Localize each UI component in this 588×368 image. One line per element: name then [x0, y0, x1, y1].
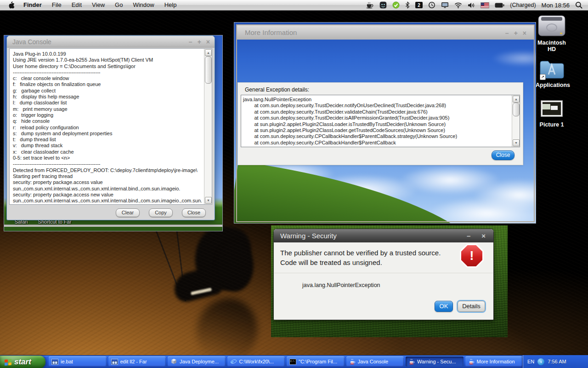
scrollbar-thumb[interactable] — [513, 103, 520, 116]
menu-edit[interactable]: Edit — [67, 0, 87, 10]
displays-icon[interactable] — [441, 2, 449, 8]
apple-menu[interactable] — [0, 1, 18, 9]
menu-view[interactable]: View — [87, 0, 110, 10]
internet-explorer-icon: e — [230, 358, 237, 365]
input-language-flag-icon[interactable] — [481, 2, 489, 8]
maximize-icon[interactable]: + — [514, 26, 518, 40]
app-status-icon[interactable] — [379, 1, 387, 9]
menu-file[interactable]: File — [47, 0, 67, 10]
scroll-down-icon[interactable]: ▼ — [513, 139, 520, 146]
java-cup-icon — [349, 358, 356, 365]
svg-text:2: 2 — [418, 3, 421, 8]
volume-icon[interactable] — [468, 2, 475, 8]
language-indicator[interactable]: EN — [527, 359, 534, 364]
details-button[interactable]: Details — [458, 301, 485, 312]
svg-text:C:\: C:\ — [290, 360, 294, 362]
alias-arrow-icon: ↗ — [540, 74, 546, 80]
cmd-icon: C:\ — [289, 359, 296, 365]
wifi-icon[interactable] — [454, 2, 462, 8]
close-icon[interactable]: × — [523, 26, 526, 40]
trekking-pole-icon — [176, 229, 186, 301]
task-button-ie-bat[interactable]: ie.bat — [49, 356, 107, 367]
task-label: Java Deployme... — [180, 359, 219, 364]
more-information-titlebar[interactable]: More Information – + × — [237, 25, 534, 40]
warning-message: The publisher cannot be verified by a tr… — [280, 248, 460, 267]
ok-button[interactable]: OK — [435, 301, 453, 312]
mac-menu-bar: Finder File Edit View Go Window Help 2 (… — [0, 0, 588, 11]
stack-trace-text: java.lang.NullPointerException at com.su… — [241, 95, 512, 147]
console-window-icon — [51, 359, 58, 365]
java-update-icon[interactable] — [366, 2, 374, 9]
window-title: Java Console — [12, 38, 51, 46]
close-button[interactable]: Close — [182, 208, 206, 217]
divider — [274, 273, 493, 273]
clear-button[interactable]: Clear — [116, 208, 140, 217]
time-machine-icon[interactable] — [428, 1, 435, 9]
security-warning-dialog: Warning - Security – × The publisher can… — [273, 229, 494, 320]
desktop-icon-applications[interactable]: ↗ Applications — [536, 59, 568, 88]
hard-drive-icon — [537, 15, 566, 37]
minimize-icon[interactable]: – — [467, 229, 470, 242]
console-scrollbar[interactable]: ▲ ▼ — [204, 49, 212, 204]
task-button-cmd[interactable]: C:\ "C:\Program Fil... — [287, 356, 345, 367]
task-button-warning-security[interactable]: Warning - Secu... — [406, 356, 464, 367]
hide-icons-chevron-icon[interactable]: ‹ — [537, 358, 544, 365]
menu-clock[interactable]: Mon 18:56 — [539, 2, 572, 9]
desktop-icon-label: Picture 1 — [537, 121, 566, 128]
climber-boot-silhouette — [171, 265, 223, 305]
window-title: More Information — [245, 29, 297, 36]
security-warning-titlebar[interactable]: Warning - Security – × — [274, 229, 493, 242]
close-icon[interactable]: × — [206, 36, 210, 48]
exception-details-panel: General Exception details: java.lang.Nul… — [238, 83, 523, 165]
close-button[interactable]: Close — [492, 150, 514, 160]
console-output-area: Java Plug-in 10.0.0.199 Using JRE versio… — [9, 48, 212, 205]
desktop-icon-label: Macintosh HD — [534, 40, 570, 52]
stack-trace-scrollbar[interactable]: ▲ ▼ — [512, 95, 520, 147]
task-label: ie.bat — [61, 359, 73, 364]
desktop-icon-macintosh-hd[interactable]: Macintosh HD — [534, 15, 570, 52]
scroll-down-icon[interactable]: ▼ — [205, 197, 212, 204]
taskbar-clock[interactable]: 7:56 AM — [548, 359, 566, 364]
scroll-up-icon[interactable]: ▲ — [513, 96, 520, 103]
menu-go[interactable]: Go — [110, 0, 128, 10]
menu-app-name[interactable]: Finder — [18, 0, 47, 10]
system-tray: EN ‹ 7:56 AM — [523, 355, 588, 368]
start-button[interactable]: start — [0, 356, 45, 368]
stack-trace-area: java.lang.NullPointerException at com.su… — [241, 95, 520, 147]
apple-icon — [8, 1, 15, 9]
warning-alert-icon: ! — [460, 244, 484, 268]
spaces-icon[interactable]: 2 — [415, 2, 423, 8]
battery-icon[interactable] — [495, 3, 504, 8]
desktop-icon-picture-1[interactable]: Picture 1 — [537, 100, 566, 128]
task-button-edit-far[interactable]: edit ll2 - Far — [108, 356, 166, 367]
task-label: edit ll2 - Far — [120, 359, 147, 364]
task-button-java-deployment[interactable]: Java Deployme... — [168, 356, 226, 367]
battery-status-label: (Charged) — [507, 2, 538, 8]
task-label: Warning - Secu... — [417, 359, 456, 364]
task-button-more-information[interactable]: More Information — [465, 356, 523, 367]
task-label: Java Console — [358, 359, 389, 364]
console-output-text: Java Plug-in 10.0.0.199 Using JRE versio… — [10, 49, 204, 204]
task-button-ie-window[interactable]: e C:\Work\fx20\... — [227, 356, 285, 367]
scrollbar-thumb[interactable] — [205, 56, 212, 84]
close-icon[interactable]: × — [481, 229, 486, 242]
climber-leg-silhouette — [190, 222, 254, 294]
maximize-icon[interactable]: + — [198, 36, 201, 48]
scroll-up-icon[interactable]: ▲ — [205, 49, 212, 56]
bluetooth-icon[interactable] — [405, 1, 410, 9]
boot-glint — [191, 288, 212, 295]
status-available-icon[interactable] — [392, 1, 400, 9]
screenshot-thumbnail-icon — [541, 100, 563, 117]
minimize-icon[interactable]: – — [189, 36, 192, 48]
minimize-icon[interactable]: – — [505, 26, 509, 40]
start-label: start — [14, 357, 31, 367]
exception-details-label: General Exception details: — [245, 86, 309, 93]
task-label: C:\Work\fx20\... — [239, 359, 274, 364]
window-title: Warning - Security — [280, 232, 337, 240]
spotlight-icon[interactable] — [575, 1, 582, 9]
menu-window[interactable]: Window — [128, 0, 159, 10]
copy-button[interactable]: Copy — [149, 208, 173, 217]
java-console-titlebar[interactable]: Java Console – + × — [7, 36, 215, 48]
task-button-java-console[interactable]: Java Console — [346, 356, 404, 367]
menu-help[interactable]: Help — [159, 0, 182, 10]
